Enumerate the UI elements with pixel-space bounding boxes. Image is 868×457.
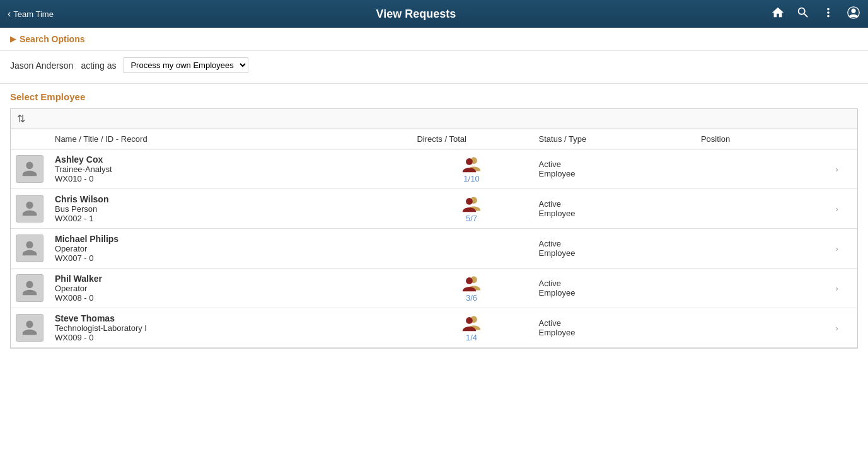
- back-button[interactable]: ‹ Team Time: [8, 8, 54, 20]
- page-title: View Requests: [61, 8, 771, 21]
- avatar: [16, 314, 43, 342]
- emp-title: Technologist-Laboratory I: [55, 323, 404, 333]
- sort-icon[interactable]: ⇅: [17, 113, 25, 125]
- table-row[interactable]: Ashley Cox Trainee-Analyst WX010 - 0 1/1…: [11, 149, 857, 189]
- emp-name: Phil Walker: [55, 274, 404, 284]
- row-arrow-icon: ›: [816, 229, 857, 269]
- emp-title: Operator: [55, 284, 404, 293]
- directs-count: 1/10: [463, 174, 479, 183]
- home-icon[interactable]: [771, 6, 785, 23]
- back-label: Team Time: [13, 9, 54, 19]
- status-cell: Active Employee: [533, 229, 695, 269]
- position-cell: [695, 189, 816, 229]
- status-type: Employee: [539, 209, 688, 218]
- status-cell: Active Employee: [533, 269, 695, 308]
- search-options-bar: ▶ Search Options: [0, 28, 868, 51]
- status-type: Employee: [539, 248, 688, 258]
- emp-id: WX009 - 0: [55, 333, 404, 342]
- position-cell: [695, 229, 816, 269]
- back-arrow-icon: ‹: [8, 8, 11, 20]
- avatar-cell: [11, 269, 49, 308]
- search-icon[interactable]: [796, 6, 810, 23]
- emp-id: WX007 - 0: [55, 253, 404, 263]
- svg-point-6: [466, 277, 473, 284]
- search-options-label: Search Options: [20, 34, 84, 44]
- emp-title: Operator: [55, 244, 404, 253]
- emp-name: Ashley Cox: [55, 154, 404, 165]
- emp-id: WX010 - 0: [55, 174, 404, 183]
- avatar-cell: [11, 229, 49, 269]
- avatar: [16, 155, 43, 183]
- acting-as-select[interactable]: Process my own Employees All Employees D…: [124, 57, 248, 73]
- table-row[interactable]: Steve Thomas Technologist-Laboratory I W…: [11, 308, 857, 348]
- directs-icon-wrap: 3/6: [417, 274, 526, 303]
- svg-point-2: [466, 158, 473, 165]
- acting-as-row: Jason Anderson acting as Process my own …: [0, 51, 868, 84]
- people-icon: [461, 155, 482, 173]
- directs-cell: 1/10: [410, 149, 532, 189]
- directs-cell: 5/7: [410, 189, 532, 229]
- status-type: Employee: [539, 169, 688, 178]
- status-active: Active: [539, 239, 688, 248]
- status-active: Active: [539, 279, 688, 288]
- svg-point-4: [466, 198, 473, 205]
- position-cell: [695, 269, 816, 308]
- employee-name-cell: Phil Walker Operator WX008 - 0: [49, 269, 410, 308]
- emp-title: Bus Person: [55, 204, 404, 214]
- emp-id: WX008 - 0: [55, 293, 404, 303]
- app-header: ‹ Team Time View Requests: [0, 0, 868, 28]
- svg-point-8: [466, 317, 473, 324]
- avatar: [16, 195, 43, 223]
- directs-icon-wrap: 1/10: [417, 155, 526, 183]
- directs-icon-wrap: 5/7: [417, 195, 526, 223]
- status-active: Active: [539, 159, 688, 169]
- select-employee-title: Select Employee: [10, 91, 858, 102]
- emp-id: WX002 - 1: [55, 214, 404, 223]
- avatar-cell: [11, 189, 49, 229]
- select-employee-section: Select Employee ⇅ Name / Title / ID - Re…: [0, 84, 868, 349]
- col-status-header: Status / Type: [533, 129, 695, 149]
- table-row[interactable]: Phil Walker Operator WX008 - 0 3/6 Activ…: [11, 269, 857, 308]
- col-name-header: Name / Title / ID - Record: [49, 129, 410, 149]
- status-active: Active: [539, 318, 688, 328]
- user-name-label: Jason Anderson: [10, 61, 73, 71]
- table-scroll-wrapper[interactable]: Name / Title / ID - Record Directs / Tot…: [11, 129, 857, 348]
- status-cell: Active Employee: [533, 149, 695, 189]
- directs-cell: [410, 229, 532, 269]
- people-icon: [461, 314, 482, 332]
- directs-icon-wrap: 1/4: [417, 314, 526, 342]
- table-row[interactable]: Chris Wilson Bus Person WX002 - 1 5/7 Ac…: [11, 189, 857, 229]
- position-cell: [695, 149, 816, 189]
- directs-cell: 3/6: [410, 269, 532, 308]
- row-arrow-icon: ›: [816, 189, 857, 229]
- people-icon: [461, 274, 482, 292]
- header-icons: [771, 6, 860, 23]
- row-arrow-icon: ›: [816, 308, 857, 348]
- col-directs-header: Directs / Total: [410, 129, 532, 149]
- more-icon[interactable]: [821, 6, 835, 23]
- emp-name: Steve Thomas: [55, 313, 404, 323]
- avatar-cell: [11, 308, 49, 348]
- status-cell: Active Employee: [533, 308, 695, 348]
- search-options-toggle[interactable]: ▶ Search Options: [10, 34, 84, 44]
- people-icon: [461, 195, 482, 212]
- status-type: Employee: [539, 288, 688, 298]
- main-content: ▶ Search Options Jason Anderson acting a…: [0, 28, 868, 349]
- status-type: Employee: [539, 328, 688, 337]
- employee-name-cell: Steve Thomas Technologist-Laboratory I W…: [49, 308, 410, 348]
- directs-count: 3/6: [466, 293, 477, 303]
- employee-table-wrapper: ⇅ Name / Title / ID - Record Directs / T…: [10, 108, 858, 349]
- directs-count: 5/7: [466, 214, 477, 223]
- status-cell: Active Employee: [533, 189, 695, 229]
- profile-icon[interactable]: [847, 6, 860, 23]
- row-arrow-icon: ›: [816, 269, 857, 308]
- col-arrow-header: [816, 129, 857, 149]
- position-cell: [695, 308, 816, 348]
- table-toolbar: ⇅: [11, 109, 857, 129]
- col-position-header: Position: [695, 129, 816, 149]
- emp-title: Trainee-Analyst: [55, 165, 404, 174]
- col-avatar: [11, 129, 49, 149]
- directs-count: 1/4: [466, 333, 477, 342]
- acting-as-label: acting as: [81, 61, 116, 71]
- table-row[interactable]: Michael Philips Operator WX007 - 0 Activ…: [11, 229, 857, 269]
